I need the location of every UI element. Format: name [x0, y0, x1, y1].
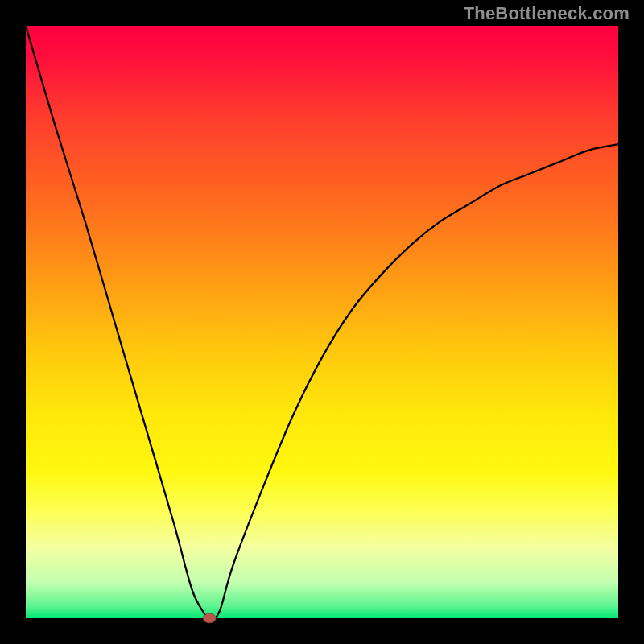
- chart-container: TheBottleneck.com: [0, 0, 644, 644]
- watermark-text: TheBottleneck.com: [464, 3, 630, 24]
- minimum-marker: [203, 613, 216, 623]
- bottleneck-chart: [0, 0, 644, 644]
